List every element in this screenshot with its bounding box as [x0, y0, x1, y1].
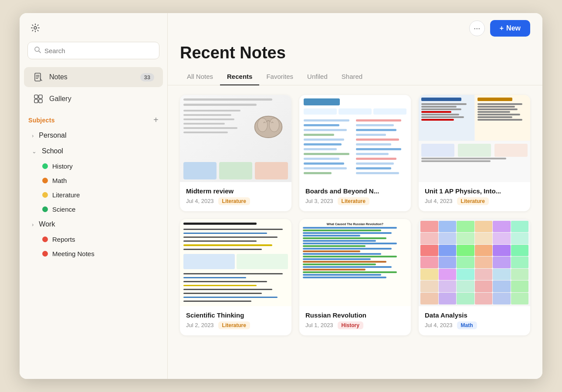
literature-label: Literature — [52, 191, 80, 199]
note-title-3: Unit 1 AP Physics, Into... — [425, 187, 524, 195]
meeting-notes-dot — [42, 251, 48, 257]
settings-icon[interactable] — [28, 21, 42, 35]
work-label: Work — [39, 220, 55, 228]
search-bar[interactable] — [27, 42, 159, 59]
new-note-button[interactable]: + New — [490, 20, 530, 37]
sidebar-top — [20, 13, 167, 40]
note-thumbnail-4 — [180, 219, 291, 306]
note-title-2: Boards and Beyond N... — [305, 187, 405, 195]
tab-unfiled[interactable]: Unfiled — [300, 69, 335, 85]
note-date-2: Jul 3, 2023 — [305, 198, 333, 204]
note-title-6: Data Analysis — [425, 311, 524, 319]
app-window: Notes 33 Gallery Subjects + › Personal — [20, 13, 542, 379]
note-card-physics[interactable]: Unit 1 AP Physics, Into... Jul 4, 2023 L… — [419, 95, 530, 211]
note-thumbnail-1 — [180, 95, 291, 182]
note-info-6: Data Analysis Jul 4, 2023 Math — [419, 306, 530, 335]
note-thumbnail-5: What Caused The Russian Revolution? — [299, 219, 411, 306]
svg-point-13 — [269, 118, 279, 132]
chevron-right-icon-work: › — [32, 221, 34, 228]
more-icon: ··· — [474, 24, 480, 33]
note-card-scientific[interactable]: Scientific Thinking Jul 2, 2023 Literatu… — [180, 219, 291, 335]
sidebar-item-reports[interactable]: Reports — [22, 232, 165, 247]
sidebar-item-literature[interactable]: Literature — [22, 188, 165, 202]
notes-badge: 33 — [140, 73, 154, 81]
sidebar-item-personal[interactable]: › Personal — [22, 128, 165, 143]
note-tag-4: Literature — [218, 321, 250, 329]
sidebar-item-math[interactable]: Math — [22, 173, 165, 188]
science-dot — [42, 206, 48, 212]
gallery-label: Gallery — [49, 95, 71, 103]
main-content: ··· + New Recent Notes All Notes Recents… — [168, 13, 542, 379]
sidebar-item-meeting-notes[interactable]: Meeting Notes — [22, 247, 165, 261]
svg-point-0 — [34, 27, 37, 29]
note-tag-6: Math — [457, 321, 477, 329]
science-label: Science — [52, 206, 75, 213]
notes-label: Notes — [49, 73, 68, 81]
note-info-5: Russian Revolution Jul 1, 2023 History — [299, 306, 411, 335]
note-thumbnail-6 — [419, 219, 530, 306]
notes-grid: Midterm review Jul 4, 2023 Literature — [168, 85, 542, 379]
note-date-6: Jul 4, 2023 — [425, 322, 453, 328]
literature-dot — [42, 192, 48, 198]
note-card-russian[interactable]: What Caused The Russian Revolution? — [299, 219, 411, 335]
svg-rect-9 — [34, 99, 38, 103]
note-info-4: Scientific Thinking Jul 2, 2023 Literatu… — [180, 306, 291, 335]
note-meta-5: Jul 1, 2023 History — [305, 321, 405, 329]
note-title-4: Scientific Thinking — [186, 311, 285, 319]
search-icon — [34, 46, 41, 55]
tab-recents[interactable]: Recents — [220, 69, 259, 85]
note-card-midterm[interactable]: Midterm review Jul 4, 2023 Literature — [180, 95, 291, 211]
note-card-boards[interactable]: Boards and Beyond N... Jul 3, 2023 Liter… — [299, 95, 411, 211]
tab-all-notes[interactable]: All Notes — [180, 69, 220, 85]
page-title: Recent Notes — [168, 44, 542, 69]
note-tag-2: Literature — [338, 197, 369, 205]
math-dot — [42, 178, 48, 183]
subjects-label: Subjects — [28, 117, 55, 124]
tab-shared[interactable]: Shared — [335, 69, 369, 85]
more-options-button[interactable]: ··· — [469, 20, 485, 36]
sidebar-item-school[interactable]: ⌄ School — [22, 143, 165, 159]
tab-favorites[interactable]: Favorites — [259, 69, 300, 85]
svg-point-12 — [257, 118, 267, 132]
note-info-3: Unit 1 AP Physics, Into... Jul 4, 2023 L… — [419, 182, 530, 211]
note-title-5: Russian Revolution — [305, 311, 405, 319]
math-label: Math — [52, 177, 67, 184]
sidebar-item-science[interactable]: Science — [22, 202, 165, 216]
sidebar: Notes 33 Gallery Subjects + › Personal — [20, 13, 168, 379]
subjects-header: Subjects + — [20, 110, 167, 128]
school-label: School — [42, 147, 63, 155]
note-tag-1: Literature — [218, 197, 250, 205]
note-tag-3: Literature — [457, 197, 489, 205]
notes-icon — [33, 71, 44, 83]
sidebar-item-work[interactable]: › Work — [22, 216, 165, 232]
chevron-right-icon: › — [32, 132, 34, 139]
new-label: New — [506, 24, 521, 32]
reports-label: Reports — [52, 236, 75, 243]
note-meta-3: Jul 4, 2023 Literature — [425, 197, 524, 205]
history-label: History — [52, 162, 73, 170]
tabs-bar: All Notes Recents Favorites Unfiled Shar… — [168, 69, 542, 85]
plus-icon: + — [500, 24, 504, 32]
history-dot — [42, 163, 48, 169]
chevron-down-icon: ⌄ — [32, 148, 37, 155]
gallery-icon — [33, 93, 44, 105]
note-meta-6: Jul 4, 2023 Math — [425, 321, 524, 329]
note-info-1: Midterm review Jul 4, 2023 Literature — [180, 182, 291, 211]
note-meta-2: Jul 3, 2023 Literature — [305, 197, 405, 205]
note-tag-5: History — [338, 321, 363, 329]
note-date-4: Jul 2, 2023 — [186, 322, 214, 328]
note-thumbnail-3 — [419, 95, 530, 182]
svg-rect-7 — [34, 95, 38, 98]
note-date-1: Jul 4, 2023 — [186, 198, 214, 204]
note-date-3: Jul 4, 2023 — [425, 198, 453, 204]
sidebar-item-history[interactable]: History — [22, 159, 165, 173]
note-card-data[interactable]: Data Analysis Jul 4, 2023 Math — [419, 219, 530, 335]
search-input[interactable] — [44, 47, 153, 54]
note-thumbnail-2 — [299, 95, 411, 182]
svg-rect-8 — [39, 95, 42, 98]
add-subject-button[interactable]: + — [153, 115, 159, 125]
sidebar-item-notes[interactable]: Notes 33 — [24, 67, 163, 87]
sidebar-item-gallery[interactable]: Gallery — [24, 89, 163, 109]
note-title-1: Midterm review — [186, 187, 285, 195]
note-date-5: Jul 1, 2023 — [305, 322, 333, 328]
